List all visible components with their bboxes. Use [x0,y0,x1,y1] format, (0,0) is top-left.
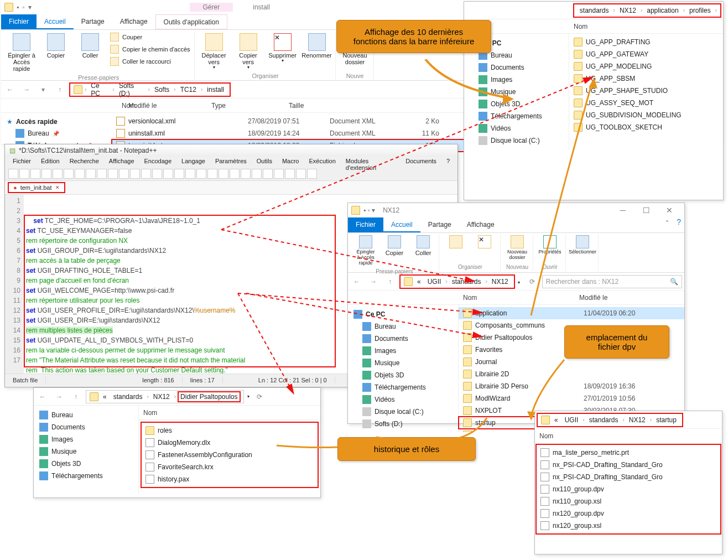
tab-home[interactable]: Accueil [37,14,74,29]
list-item[interactable]: nx110_group.dpv [536,483,721,495]
npp-tab-active[interactable]: ●tem_init.bat✕ [8,183,65,193]
tab-share[interactable]: Partage [420,217,459,232]
tab-file[interactable]: Fichier [348,217,383,232]
paste-button[interactable]: Coller [411,234,435,257]
list-item[interactable]: UG_APP_MODELING [569,60,723,72]
history-button[interactable]: ▾ [37,83,50,96]
copyto-icon [240,33,257,51]
breadcrumb[interactable]: « standards› NX12› Didier Psaltopoulos [86,390,244,403]
ribbon-collapse-icon[interactable]: ˄ [661,217,673,232]
folder-icon [74,85,82,94]
back-button[interactable]: ← [350,275,363,288]
rename-button[interactable]: Renommer [302,32,332,60]
tab-view[interactable]: Affichage [459,217,502,232]
newfolder-button[interactable]: Nouveau dossier [505,234,529,262]
list-item[interactable]: nx120_group.xsl [536,520,721,532]
file-list[interactable]: UG_APP_DRAFTING UG_APP_GATEWAY UG_APP_MO… [569,34,723,150]
rename-icon [308,33,326,51]
props-button[interactable]: Propriétés [538,234,562,256]
list-item[interactable]: UG_APP_SBSM [569,72,723,85]
maximize-button[interactable]: ☐ [635,204,658,217]
file-list[interactable]: ma_liste_perso_metric.prtnx_PSI-CAD_Draf… [536,444,721,534]
paste-shortcut-button[interactable]: Coller le raccourci [110,56,191,66]
list-item[interactable]: UG_TOOLBOX_SKETCH [569,121,723,133]
list-item[interactable]: ma_liste_perso_metric.prt [536,447,721,459]
search-input[interactable]: Rechercher dans : NX12🔍 [542,275,682,288]
list-item[interactable]: roles [141,424,318,437]
up-button[interactable]: ↑ [383,275,397,288]
list-item[interactable]: nx120_group.dpv [536,507,721,520]
up-button[interactable]: ↑ [69,390,82,403]
list-item[interactable]: FastenerAssemblyConfiguration [141,449,318,461]
desktop-icon [15,129,24,138]
file-list[interactable]: rolesDialogMemory.dlxFastenerAssemblyCon… [141,422,318,488]
tab-file[interactable]: Fichier [1,14,37,29]
npp-menu[interactable]: Fichier Édition Recherche Affichage Enco… [5,157,457,168]
tree-quickaccess[interactable]: ★Accès rapide [6,116,107,127]
up-button[interactable]: ↑ [53,83,66,96]
copy-path-icon [110,45,119,54]
breadcrumb[interactable]: standards› NX12› application› profiles› [574,4,721,17]
list-item[interactable]: FavoriteSearch.krx [141,461,318,473]
paste-button[interactable]: Coller [75,32,105,60]
list-item[interactable]: UG_APP_DRAFTING [569,36,723,48]
help-icon[interactable]: ? [673,217,684,232]
minimize-button[interactable]: ─ [611,204,635,217]
delete-button[interactable]: ✕Supprimer▾ [268,32,298,65]
refresh-button[interactable]: ⟳ [526,275,539,288]
copy-path-button[interactable]: Copier le chemin d'accès [110,44,191,54]
list-item[interactable]: UG_SUBDIVISION_MODELING [569,109,723,121]
window-title: install [253,3,270,11]
fwd-button[interactable]: → [53,390,66,403]
move-button[interactable] [444,234,468,251]
close-tab-icon[interactable]: ✕ [55,185,60,190]
list-item[interactable]: Librairie 2D [459,368,684,380]
select-button[interactable]: Sélectionner [570,234,595,256]
tab-view[interactable]: Affichage [112,14,155,29]
back-button[interactable]: ← [3,83,17,96]
list-item[interactable]: UG_APP_SHAPE_STUDIO [569,85,723,97]
tb-icon[interactable] [8,169,18,179]
cut-button[interactable]: Couper [110,32,191,42]
breadcrumb[interactable]: › Ce PC› Softs (D:)› Softs› TC12› instal… [70,83,230,96]
npp-titlebar: ▤ *D:\Softs\TC12\install\tem_init.bat - … [5,144,457,157]
tree-desktop[interactable]: Bureau📌 [6,127,107,139]
refresh-button[interactable]: ⟳ [253,390,266,403]
fwd-button[interactable]: → [20,83,33,96]
tab-home[interactable]: Accueil [383,217,420,232]
xml-icon [116,129,125,138]
list-item[interactable]: DialogMemory.dlx [141,437,318,449]
list-item[interactable]: UG_ASSY_SEQ_MOT [569,97,723,109]
explorer-didier: ← → ↑ « standards› NX12› Didier Psaltopo… [33,387,321,498]
npp-tabs[interactable]: ●tem_init.bat✕ [5,181,457,194]
npp-toolbar[interactable] [5,168,457,181]
tab-app-tools[interactable]: Outils d'application [155,14,227,29]
list-item[interactable]: UG_APP_GATEWAY [569,48,723,60]
list-item[interactable]: history.pax [141,473,318,485]
list-item[interactable]: Librairie 3D Perso18/09/2019 16:36 [459,380,684,392]
pin-button[interactable]: Épingler à Accès rapide [353,234,378,267]
list-item[interactable]: application11/04/2019 06:20 [459,307,684,319]
breadcrumb[interactable]: « UGII› standards› NX12› startup [537,413,683,427]
nav-tree[interactable]: Bureau Documents Images Musique Objets 3… [34,406,139,494]
callout-bottom: historique et rôles [337,437,476,461]
move-button[interactable]: Déplacer vers▾ [199,32,229,71]
delete-button[interactable]: ✕ [472,234,497,251]
copyto-button[interactable]: Copier vers▾ [233,32,263,71]
copy-button[interactable]: Copier [382,234,407,257]
search-icon[interactable]: 🔍 [670,278,678,286]
list-item[interactable]: nx110_group.xsl [536,495,721,507]
fwd-button[interactable]: → [367,275,380,288]
list-item[interactable]: nx_PSI-CAD_Drafting_Standard_Gro [536,459,721,471]
list-item[interactable]: nx_PSI-CAD_Drafting_Standard_Gro [536,471,721,483]
close-button[interactable]: ✕ [658,204,681,217]
copy-icon [47,33,65,51]
pin-button[interactable]: Épingler à Accès rapide [7,32,37,73]
nav-tree[interactable]: Ce PC Bureau Documents Images Musique Ob… [348,305,459,432]
moveto-icon [205,33,223,51]
tab-share[interactable]: Partage [74,14,112,29]
back-button[interactable]: ← [36,390,49,403]
list-item[interactable]: ModlWizard27/01/2019 10:56 [459,392,684,405]
copy-button[interactable]: Copier [41,32,71,60]
breadcrumb[interactable]: « UGII› standards› NX12 [400,275,514,288]
